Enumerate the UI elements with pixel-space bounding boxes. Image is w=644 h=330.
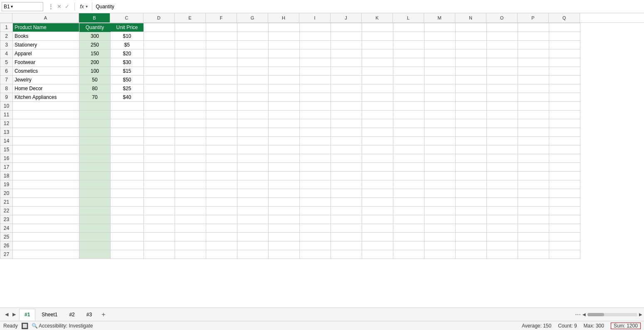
cell-g19[interactable]	[237, 180, 269, 189]
cell-e24[interactable]	[175, 224, 206, 233]
cell-p10[interactable]	[518, 102, 549, 111]
cell-i27[interactable]	[300, 250, 331, 259]
cell-k1[interactable]	[362, 23, 393, 32]
cell-l11[interactable]	[393, 111, 424, 119]
cell-e12[interactable]	[175, 119, 206, 128]
cell-i2[interactable]	[300, 32, 331, 41]
cell-h8[interactable]	[269, 84, 300, 93]
cell-p7[interactable]	[518, 76, 549, 84]
cell-k18[interactable]	[362, 172, 393, 180]
cell-m24[interactable]	[424, 224, 456, 233]
cell-l21[interactable]	[393, 198, 424, 207]
cell-n2[interactable]	[456, 32, 487, 41]
row-number[interactable]: 4	[0, 49, 13, 58]
cell-m4[interactable]	[424, 49, 456, 58]
cell-h22[interactable]	[269, 207, 300, 215]
cell-a11[interactable]	[13, 111, 79, 119]
row-number[interactable]: 25	[0, 233, 13, 241]
cell-e25[interactable]	[175, 233, 206, 241]
sheet-tab-3[interactable]: #3	[81, 309, 97, 320]
cell-f6[interactable]	[206, 67, 237, 76]
cell-m10[interactable]	[424, 102, 456, 111]
cell-o6[interactable]	[487, 67, 518, 76]
cell-k8[interactable]	[362, 84, 393, 93]
cell-o22[interactable]	[487, 207, 518, 215]
cell-o19[interactable]	[487, 180, 518, 189]
cell-c21[interactable]	[111, 198, 144, 207]
cell-h23[interactable]	[269, 215, 300, 224]
cell-d22[interactable]	[144, 207, 175, 215]
cell-d3[interactable]	[144, 41, 175, 49]
cell-i11[interactable]	[300, 111, 331, 119]
cell-b19[interactable]	[79, 180, 111, 189]
cell-n3[interactable]	[456, 41, 487, 49]
cell-p2[interactable]	[518, 32, 549, 41]
cell-q22[interactable]	[549, 207, 580, 215]
cell-f8[interactable]	[206, 84, 237, 93]
cell-k9[interactable]	[362, 93, 393, 102]
row-number[interactable]: 6	[0, 67, 13, 76]
cell-e22[interactable]	[175, 207, 206, 215]
cell-m16[interactable]	[424, 154, 456, 163]
cell-c6[interactable]: $15	[111, 67, 144, 76]
cell-i20[interactable]	[300, 189, 331, 198]
cell-n4[interactable]	[456, 49, 487, 58]
col-header-O[interactable]: O	[486, 13, 518, 22]
col-header-M[interactable]: M	[424, 13, 455, 22]
cell-a24[interactable]	[13, 224, 79, 233]
cell-h18[interactable]	[269, 172, 300, 180]
sheet-nav-right[interactable]: ▶	[11, 311, 17, 318]
cell-k5[interactable]	[362, 58, 393, 67]
cell-p13[interactable]	[518, 128, 549, 137]
cell-g22[interactable]	[237, 207, 269, 215]
cell-j13[interactable]	[331, 128, 362, 137]
cell-c17[interactable]	[111, 163, 144, 172]
cell-g25[interactable]	[237, 233, 269, 241]
cell-a1[interactable]: Product Name	[13, 23, 79, 32]
cell-j25[interactable]	[331, 233, 362, 241]
row-number[interactable]: 14	[0, 137, 13, 145]
cell-a17[interactable]	[13, 163, 79, 172]
cell-e15[interactable]	[175, 145, 206, 154]
cell-p6[interactable]	[518, 67, 549, 76]
cell-h17[interactable]	[269, 163, 300, 172]
cell-n8[interactable]	[456, 84, 487, 93]
cell-c25[interactable]	[111, 233, 144, 241]
cell-j1[interactable]	[331, 23, 362, 32]
cell-b8[interactable]: 80	[79, 84, 111, 93]
cell-m5[interactable]	[424, 58, 456, 67]
cell-c16[interactable]	[111, 154, 144, 163]
cell-d14[interactable]	[144, 137, 175, 145]
cell-m11[interactable]	[424, 111, 456, 119]
cell-n12[interactable]	[456, 119, 487, 128]
col-header-H[interactable]: H	[268, 13, 299, 22]
cell-e13[interactable]	[175, 128, 206, 137]
cell-b7[interactable]: 50	[79, 76, 111, 84]
cell-ref-dropdown-icon[interactable]: ▾	[11, 4, 13, 9]
cell-j18[interactable]	[331, 172, 362, 180]
cell-l14[interactable]	[393, 137, 424, 145]
cell-o23[interactable]	[487, 215, 518, 224]
cell-m27[interactable]	[424, 250, 456, 259]
cell-d7[interactable]	[144, 76, 175, 84]
cell-c11[interactable]	[111, 111, 144, 119]
cell-a16[interactable]	[13, 154, 79, 163]
cell-k27[interactable]	[362, 250, 393, 259]
cell-g1[interactable]	[237, 23, 269, 32]
cell-j27[interactable]	[331, 250, 362, 259]
cell-d19[interactable]	[144, 180, 175, 189]
cell-d4[interactable]	[144, 49, 175, 58]
cell-f12[interactable]	[206, 119, 237, 128]
col-header-J[interactable]: J	[331, 13, 362, 22]
cell-q12[interactable]	[549, 119, 580, 128]
cell-d9[interactable]	[144, 93, 175, 102]
cell-a8[interactable]: Home Decor	[13, 84, 79, 93]
cell-i3[interactable]	[300, 41, 331, 49]
cell-m13[interactable]	[424, 128, 456, 137]
cell-a12[interactable]	[13, 119, 79, 128]
cell-e3[interactable]	[175, 41, 206, 49]
cell-e1[interactable]	[175, 23, 206, 32]
cell-k24[interactable]	[362, 224, 393, 233]
cell-n21[interactable]	[456, 198, 487, 207]
cell-p4[interactable]	[518, 49, 549, 58]
